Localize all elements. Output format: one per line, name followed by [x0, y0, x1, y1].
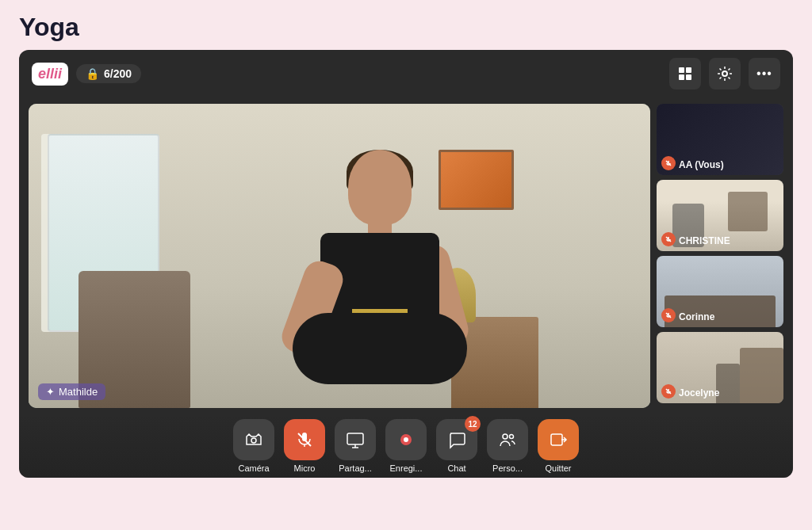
share-label: Partag... [339, 463, 372, 473]
micro-svg [295, 430, 314, 449]
svg-point-10 [251, 438, 256, 443]
quit-label: Quitter [545, 463, 571, 473]
svg-rect-13 [347, 433, 363, 444]
lock-icon: 🔒 [86, 67, 99, 80]
top-bar: ellii 🔒 6/200 [19, 50, 793, 97]
camera-label: Caméra [238, 463, 269, 473]
svg-rect-2 [679, 74, 684, 80]
mute-icon [661, 232, 676, 246]
more-icon: ••• [756, 67, 772, 81]
svg-point-15 [404, 437, 408, 442]
mute-icon [661, 156, 676, 170]
logo: ellii [32, 63, 68, 86]
layout-button[interactable] [669, 58, 701, 90]
layout-icon [677, 66, 693, 82]
tile-desk [728, 192, 768, 231]
settings-button[interactable] [709, 58, 741, 90]
svg-rect-3 [686, 74, 691, 80]
svg-rect-18 [551, 434, 562, 445]
people-button[interactable]: Perso... [487, 419, 528, 473]
page-title: Yoga [0, 0, 812, 50]
main-video: ✦ Mathilde [29, 104, 650, 408]
mute-icon [661, 384, 676, 398]
camera-button[interactable]: Caméra [233, 419, 274, 473]
svg-point-17 [510, 435, 514, 439]
chat-notification-badge: 12 [465, 416, 481, 432]
more-options-button[interactable]: ••• [749, 58, 780, 90]
tile-bg-jocelyne [657, 332, 783, 403]
svg-rect-0 [679, 67, 684, 73]
share-svg [346, 430, 365, 449]
mute-icon [661, 308, 676, 322]
svg-point-4 [722, 71, 727, 76]
chat-button[interactable]: 12 Chat [436, 419, 477, 473]
participant-tile[interactable]: CHRISTINE [657, 180, 783, 251]
person-head [348, 150, 412, 225]
tile-furniture [740, 348, 783, 403]
record-button[interactable]: Enregi... [385, 419, 427, 473]
micro-button[interactable]: Micro [284, 419, 325, 473]
micro-label: Micro [294, 463, 316, 473]
participant-name: Corinne [679, 311, 714, 322]
participant-name: Jocelyne [679, 387, 719, 398]
main-content: ✦ Mathilde AA (Vous) [19, 97, 793, 414]
quit-svg [549, 430, 568, 449]
share-button[interactable]: Partag... [335, 419, 376, 473]
camera-svg [244, 430, 263, 449]
top-bar-right: ••• [669, 58, 780, 90]
top-bar-left: ellii 🔒 6/200 [32, 63, 141, 86]
participant-tile[interactable]: AA (Vous) [657, 104, 783, 175]
camera-icon [233, 419, 274, 460]
participants-sidebar: AA (Vous) CHRISTINE [657, 104, 783, 408]
speaker-label: ✦ Mathilde [38, 383, 105, 400]
video-container: ellii 🔒 6/200 [19, 50, 793, 478]
presenter-figure [203, 150, 557, 408]
share-icon [335, 419, 376, 460]
quit-button[interactable]: Quitter [538, 419, 579, 473]
tile-bg-corinne [657, 256, 783, 327]
svg-rect-1 [686, 67, 691, 73]
people-icon [487, 419, 528, 460]
quit-icon [538, 419, 579, 460]
people-svg [498, 430, 517, 449]
chat-icon: 12 [436, 419, 477, 460]
settings-icon [717, 66, 733, 82]
participant-name: CHRISTINE [679, 235, 730, 246]
people-label: Perso... [492, 463, 523, 473]
participant-name: AA (Vous) [679, 159, 724, 170]
participant-tile[interactable]: Corinne [657, 256, 783, 327]
tile-furniture2 [716, 364, 740, 403]
speaker-name: Mathilde [59, 386, 98, 398]
participant-count: 6/200 [104, 67, 132, 80]
record-icon [385, 419, 427, 460]
micro-icon [284, 419, 325, 460]
record-label: Enregi... [390, 463, 423, 473]
person-legs [293, 313, 467, 384]
participant-tile[interactable]: Jocelyne [657, 332, 783, 403]
speaker-star-icon: ✦ [46, 386, 55, 398]
record-svg [396, 430, 416, 449]
participant-badge: 🔒 6/200 [76, 64, 141, 83]
chat-label: Chat [447, 463, 465, 473]
bottom-toolbar: Caméra Micro Partag... [19, 414, 793, 478]
chat-svg [447, 430, 466, 449]
svg-point-16 [503, 434, 508, 439]
